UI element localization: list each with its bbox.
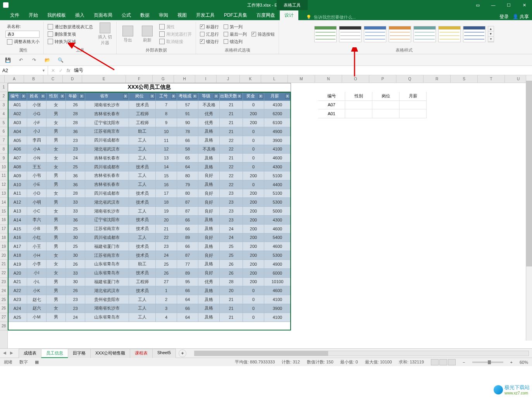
table-cell[interactable]: 吉林省长春市 bbox=[85, 180, 129, 189]
table-cell[interactable]: 贵州省贵阳市 bbox=[85, 295, 129, 304]
table-cell[interactable]: 王五 bbox=[27, 163, 46, 171]
row-header-24[interactable]: 24 bbox=[0, 286, 7, 295]
table-cell[interactable]: 57 bbox=[177, 101, 198, 110]
table-cell[interactable]: A02 bbox=[8, 109, 27, 118]
table-cell[interactable]: 小张 bbox=[27, 101, 46, 110]
page-layout-icon[interactable] bbox=[439, 359, 447, 365]
resize-table-button[interactable]: 调整表格大小 bbox=[5, 38, 41, 45]
row-header-26[interactable]: 26 bbox=[0, 304, 7, 313]
table-cell[interactable]: 男 bbox=[46, 127, 66, 136]
table-header-4[interactable]: 省市▾ bbox=[85, 92, 129, 101]
export-button[interactable]: 导出 bbox=[119, 26, 137, 43]
table-row[interactable]: A19小李女26山东省青岛市助工2577及格262004900 bbox=[8, 260, 291, 269]
col-header-F[interactable]: F bbox=[126, 75, 153, 83]
table-cell[interactable]: 26 bbox=[220, 269, 243, 278]
table-cell[interactable]: 28 bbox=[66, 189, 85, 198]
table-cell[interactable]: 33 bbox=[66, 198, 85, 207]
table-cell[interactable]: 助工 bbox=[129, 127, 156, 136]
sheet-tab[interactable]: Sheet5 bbox=[152, 349, 176, 358]
table-cell[interactable]: 87 bbox=[177, 251, 198, 260]
table-cell[interactable]: 工人 bbox=[129, 313, 156, 322]
table-row[interactable]: A22小K男26湖北省武汉市技术员166及格2004600 bbox=[8, 286, 291, 295]
table-cell[interactable]: 87 bbox=[177, 198, 198, 207]
table-cell[interactable]: 66 bbox=[177, 242, 198, 251]
table-cell[interactable]: 26 bbox=[66, 286, 85, 295]
totalrow-checkbox[interactable]: 汇总行 bbox=[198, 31, 220, 38]
table-header-3[interactable]: 年龄▾ bbox=[66, 92, 85, 101]
row-header-15[interactable]: 15 bbox=[0, 207, 7, 216]
row-header-17[interactable]: 17 bbox=[0, 225, 7, 233]
col-header-L[interactable]: L bbox=[261, 75, 288, 83]
table-cell[interactable]: 江苏省南京市 bbox=[85, 251, 129, 260]
table-cell[interactable]: 22 bbox=[220, 163, 243, 171]
table-cell[interactable]: 辽宁省沈阳市 bbox=[85, 118, 129, 127]
table-cell[interactable]: A24 bbox=[8, 304, 27, 313]
table-cell[interactable]: 2 bbox=[156, 295, 177, 304]
tab-developer[interactable]: 开发工具 bbox=[191, 10, 219, 20]
row-header-2[interactable]: 2 bbox=[0, 92, 7, 101]
table-cell[interactable]: 200 bbox=[243, 225, 264, 233]
table-cell[interactable]: 男 bbox=[46, 242, 66, 251]
table-row[interactable]: A13小C女33湖南省长沙市工人1987良好232005000 bbox=[8, 207, 291, 216]
table-cell[interactable]: 女 bbox=[46, 269, 66, 278]
style-swatch-yellow[interactable] bbox=[438, 26, 461, 42]
empty-cell[interactable] bbox=[372, 101, 399, 110]
table-cell[interactable]: 男 bbox=[46, 136, 66, 145]
login-link[interactable]: 登录 bbox=[499, 14, 509, 20]
table-cell[interactable]: 技术员 bbox=[129, 269, 156, 278]
table-header-7[interactable]: 考核成▾ bbox=[177, 92, 198, 101]
table-row[interactable]: A01小张女26湖南省长沙市技术员757不及格2104100 bbox=[8, 101, 291, 110]
table-cell[interactable]: 四川省成都市 bbox=[85, 163, 129, 171]
tab-insert[interactable]: 插入 bbox=[71, 10, 89, 20]
table-row[interactable]: A23赵七男23贵州省贵阳市工人264及格2104100 bbox=[8, 295, 291, 304]
table-cell[interactable]: 良好 bbox=[198, 269, 220, 278]
pivot-button[interactable]: 通过数据透视表汇总 bbox=[46, 24, 95, 30]
table-cell[interactable]: 64 bbox=[177, 163, 198, 171]
table-cell[interactable]: A18 bbox=[8, 251, 27, 260]
table-cell[interactable]: 工人 bbox=[129, 233, 156, 242]
table-cell[interactable]: 四川省成都市 bbox=[85, 233, 129, 242]
sheet-tab[interactable]: 员工信息 bbox=[41, 349, 68, 358]
table-cell[interactable]: A16 bbox=[8, 233, 27, 242]
table-cell[interactable]: 95 bbox=[177, 278, 198, 287]
table-cell[interactable]: 良好 bbox=[198, 207, 220, 216]
filter-button[interactable]: ▾ bbox=[21, 94, 26, 99]
table-cell[interactable]: 200 bbox=[243, 260, 264, 269]
sheet-nav-next-icon[interactable]: ▶ bbox=[10, 351, 15, 356]
table-cell[interactable]: 24 bbox=[156, 251, 177, 260]
page-break-icon[interactable] bbox=[448, 359, 456, 365]
table-cell[interactable]: 及格 bbox=[198, 295, 220, 304]
col-header-E[interactable]: E bbox=[82, 75, 126, 83]
table-cell[interactable]: 良好 bbox=[198, 233, 220, 242]
lastcol-checkbox[interactable]: 最后一列 bbox=[222, 31, 248, 38]
table-cell[interactable]: 87 bbox=[177, 207, 198, 216]
table-cell[interactable]: 21 bbox=[220, 101, 243, 110]
table-cell[interactable]: 女 bbox=[46, 101, 66, 110]
table-cell[interactable]: 女 bbox=[46, 118, 66, 127]
table-cell[interactable]: 山东省青岛市 bbox=[85, 260, 129, 269]
table-cell[interactable]: 4 bbox=[156, 313, 177, 322]
table-cell[interactable]: 工程师 bbox=[129, 118, 156, 127]
table-cell[interactable]: 技术员 bbox=[129, 198, 156, 207]
table-cell[interactable]: A19 bbox=[8, 260, 27, 269]
table-cell[interactable]: 24 bbox=[66, 154, 85, 163]
table-cell[interactable]: 3900 bbox=[264, 136, 291, 145]
table-cell[interactable]: 16 bbox=[156, 180, 177, 189]
filterbtn-checkbox[interactable]: 筛选按钮 bbox=[250, 31, 276, 38]
table-row[interactable]: A10小E男36吉林省长春市工人1679及格2204400 bbox=[8, 180, 291, 189]
table-cell[interactable]: 小L bbox=[27, 278, 46, 287]
table-cell[interactable]: A20 bbox=[8, 269, 27, 278]
tab-pdf[interactable]: PDF工具集 bbox=[219, 10, 252, 20]
table-cell[interactable]: 李六 bbox=[27, 216, 46, 225]
table-cell[interactable]: 技术员 bbox=[129, 286, 156, 295]
redo-icon[interactable]: ↷ bbox=[30, 56, 38, 64]
tellme-search[interactable]: 💡 告诉我您想要做什么... bbox=[306, 14, 356, 20]
table-cell[interactable]: 4400 bbox=[264, 180, 291, 189]
table-cell[interactable]: 男 bbox=[46, 109, 66, 118]
table-cell[interactable]: 0 bbox=[243, 286, 264, 295]
dedupe-button[interactable]: 删除重复项 bbox=[46, 31, 95, 38]
share-button[interactable]: 👤 共享 bbox=[513, 14, 529, 20]
bandedcol-checkbox[interactable]: 镶边列 bbox=[222, 38, 248, 45]
filter-button[interactable]: ▾ bbox=[214, 94, 219, 99]
table-cell[interactable]: 5000 bbox=[264, 207, 291, 216]
